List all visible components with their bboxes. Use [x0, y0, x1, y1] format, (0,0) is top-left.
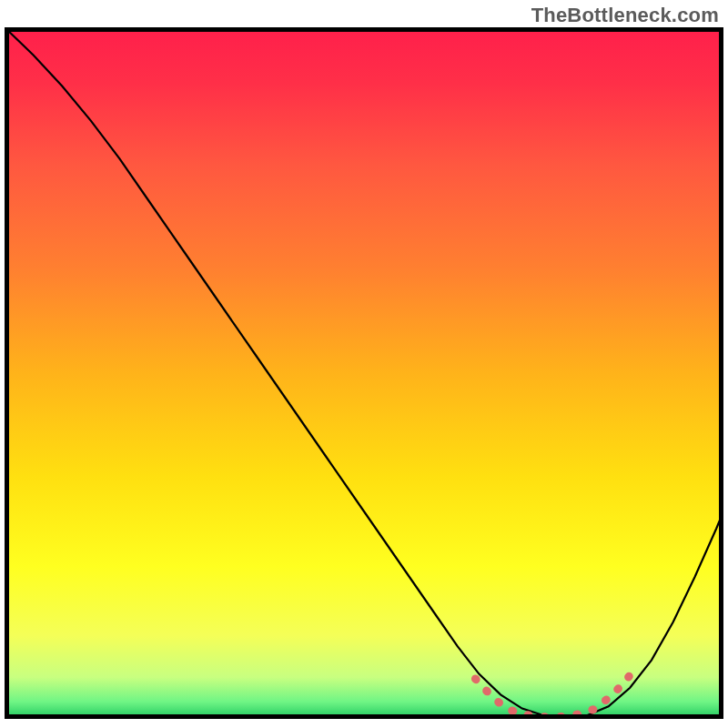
gradient-background	[5, 27, 723, 719]
chart-container: TheBottleneck.com	[0, 0, 728, 728]
bottleneck-chart	[0, 0, 728, 728]
watermark-text: TheBottleneck.com	[531, 4, 719, 27]
